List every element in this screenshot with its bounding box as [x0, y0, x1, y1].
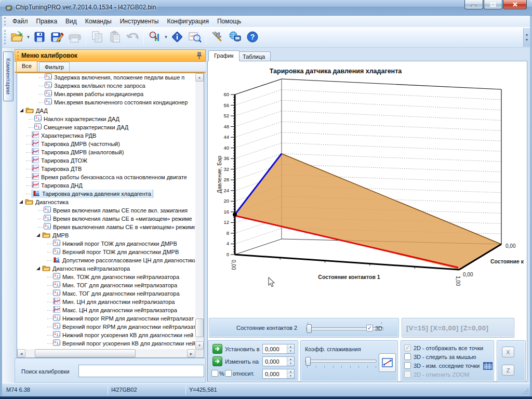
scroll-right-button[interactable]: ▶	[187, 349, 195, 357]
toolbar-overflow-button[interactable]: ▾▾	[523, 28, 530, 47]
resize-grip[interactable]	[522, 389, 528, 395]
tree-item[interactable]: 1.2Мин.время работы кондиционера	[17, 90, 195, 98]
tree-item[interactable]: 1.2Нижний порог RPM для диагностики нейт…	[17, 314, 195, 323]
tree-item[interactable]: 1.2Задержка включения, положение педали …	[17, 73, 195, 82]
dropdown-caret-icon[interactable]: ▼	[26, 29, 31, 46]
scroll-left-button[interactable]: ◀	[17, 349, 25, 357]
copy-button[interactable]	[89, 29, 105, 46]
grid-icon[interactable]	[483, 362, 493, 370]
tree-item[interactable]: Тарировка ДМРВ (аналоговый)	[17, 148, 195, 156]
tree-item[interactable]: Макс. ЦН для диагностики нейтрализатора	[17, 306, 195, 314]
smoothing-slider-thumb[interactable]	[305, 357, 311, 366]
info-button[interactable]	[169, 29, 185, 46]
tools-button[interactable]	[209, 29, 225, 46]
tree-item[interactable]: 1.2Верхний порог ускорения КВ для диагно…	[17, 339, 195, 348]
tree-item[interactable]: ДАД	[17, 107, 195, 115]
percent-value-spinner[interactable]: 0,000 ▲▼	[262, 369, 295, 379]
paste-button[interactable]	[107, 29, 123, 46]
tree-item[interactable]: Тарировка ДТВ	[17, 165, 195, 173]
option-checkbox-0[interactable]: ✓	[404, 344, 411, 351]
print-button[interactable]	[66, 29, 83, 46]
smoothing-slider[interactable]	[305, 360, 377, 363]
set-value-spinner[interactable]: 0,000 ▲▼	[262, 344, 295, 354]
tab-table[interactable]: Таблица	[237, 51, 271, 61]
set-value[interactable]: 0,000	[263, 344, 287, 353]
tree-selected-item[interactable]: Тарировка датчика давления хладагента	[32, 190, 153, 198]
contact2-slider-thumb[interactable]	[307, 324, 312, 333]
tree-item[interactable]: 1.2Время включения лампы CE в «мигающем»…	[17, 215, 195, 223]
tree-item[interactable]: Мин. ЦН для диагностики нейтрализатора	[17, 298, 195, 306]
option-checkbox-1[interactable]	[404, 353, 411, 360]
tree-item[interactable]: 1.2Время выключения лампы CE в «мигающем…	[17, 223, 195, 231]
tree-item[interactable]: 1.2Наклон характеристики ДАД	[17, 115, 195, 123]
menu-item-6[interactable]: Помощь	[213, 16, 245, 26]
dropdown-caret-icon[interactable]: ▼	[164, 29, 168, 46]
tree-item[interactable]: 1.2Макс. ТОГ для диагностики нейтрализат…	[17, 289, 195, 298]
change-value-spinner[interactable]: 0,000 ▲▼	[262, 356, 295, 366]
x-axis-button[interactable]: X	[502, 347, 514, 357]
search-input[interactable]	[78, 365, 204, 377]
tree-item[interactable]: Тарировка датчика давления хладагента	[17, 190, 195, 198]
tree-item[interactable]: ДМРВ	[17, 231, 195, 240]
tree-item[interactable]: 1.2Верхний порог RPM для диагностики ней…	[17, 323, 195, 331]
open-file-button[interactable]	[9, 29, 25, 46]
spin-down-icon[interactable]: ▼	[287, 349, 294, 354]
tree-item[interactable]: 1.2Мин.время выключенного состояния конд…	[17, 98, 195, 107]
menu-item-0[interactable]: Файл	[8, 16, 32, 26]
tree-item[interactable]: 1.2Нижний порог ускорения КВ для диагнос…	[17, 331, 195, 339]
tree-item[interactable]: 1.2Задержка вкл/выкл после запроса	[17, 82, 195, 90]
percent-value[interactable]: 0,000	[263, 369, 287, 378]
tree-item[interactable]: Тарировка ДМРВ (частотный)	[17, 140, 195, 148]
menu-item-4[interactable]: Инструменты	[116, 16, 163, 26]
tree-vscrollbar[interactable]: ▲ ▼	[195, 73, 204, 358]
tree-expand-icon[interactable]	[19, 107, 24, 115]
tree-item[interactable]: 1.2Нижний порог ТОЖ для диагностики ДМРВ	[17, 240, 195, 248]
apply-change-button[interactable]	[212, 356, 222, 366]
vscroll-thumb[interactable]	[195, 318, 204, 337]
save-button[interactable]	[31, 29, 48, 46]
menu-item-3[interactable]: Команды	[81, 16, 116, 26]
undo-button[interactable]	[124, 29, 141, 46]
tree-item[interactable]: 1.2Мин. ТОГ для диагностики нейтрализато…	[17, 281, 195, 289]
tree-item[interactable]: Время работы бензонасоса на остановленно…	[17, 173, 195, 181]
tree-item[interactable]: Допустимое рассогласование ЦН для диагно…	[17, 256, 195, 264]
help-button[interactable]: ?	[244, 29, 261, 46]
option-checkbox-2[interactable]	[404, 362, 411, 369]
minimize-button[interactable]	[464, 0, 483, 9]
title-bar[interactable]: ChipTuningPRO ver.7.2014.0.1534 - I427GB…	[0, 0, 532, 16]
save-as-button[interactable]	[49, 29, 65, 46]
hscroll-thumb[interactable]	[35, 349, 136, 357]
edit-curve-button[interactable]	[379, 353, 396, 372]
menu-item-1[interactable]: Правка	[32, 16, 62, 26]
tree-expand-icon[interactable]	[19, 198, 23, 206]
tree-expand-icon[interactable]	[36, 231, 41, 240]
zoom-scale-button[interactable]: 110%	[187, 29, 203, 46]
relative-checkbox[interactable]	[225, 370, 232, 377]
tree-item[interactable]: Диагностика	[17, 198, 195, 206]
tree-expand-icon[interactable]	[36, 264, 41, 273]
tab-all[interactable]: Все	[16, 61, 37, 72]
close-button[interactable]	[503, 0, 527, 9]
tree-item[interactable]: Тарировка ДНД	[17, 181, 195, 190]
percent-checkbox[interactable]	[211, 370, 218, 377]
tab-filter[interactable]: Фильтр	[39, 62, 70, 72]
comments-vertical-tab[interactable]: Комментарии	[3, 51, 14, 101]
apply-set-button[interactable]	[212, 344, 222, 354]
maximize-button[interactable]	[484, 0, 502, 9]
spin-up-icon[interactable]: ▲	[287, 369, 294, 374]
z-axis-button[interactable]: Z	[502, 365, 514, 376]
3d-checkbox[interactable]: ✓	[366, 325, 373, 331]
tree-item[interactable]: Характеристика РДВ	[17, 131, 195, 140]
tree-item[interactable]: Тарировка ДТОЖ	[17, 156, 195, 165]
spin-up-icon[interactable]: ▲	[287, 344, 294, 349]
tree-item[interactable]: 1.2Мин. ТОЖ для диагностики нейтрализато…	[17, 273, 195, 281]
spin-up-icon[interactable]: ▲	[287, 357, 294, 362]
tree-item[interactable]: 1.2Время включения лампы CE после вкл. з…	[17, 206, 195, 215]
spin-down-icon[interactable]: ▼	[287, 374, 294, 379]
view-chart-button[interactable]	[147, 29, 163, 46]
menu-item-2[interactable]: Вид	[61, 16, 81, 26]
scroll-up-button[interactable]: ▲	[195, 73, 204, 82]
spin-down-icon[interactable]: ▼	[287, 362, 294, 366]
online-button[interactable]	[227, 29, 243, 46]
change-value[interactable]: 0,000	[263, 357, 287, 366]
